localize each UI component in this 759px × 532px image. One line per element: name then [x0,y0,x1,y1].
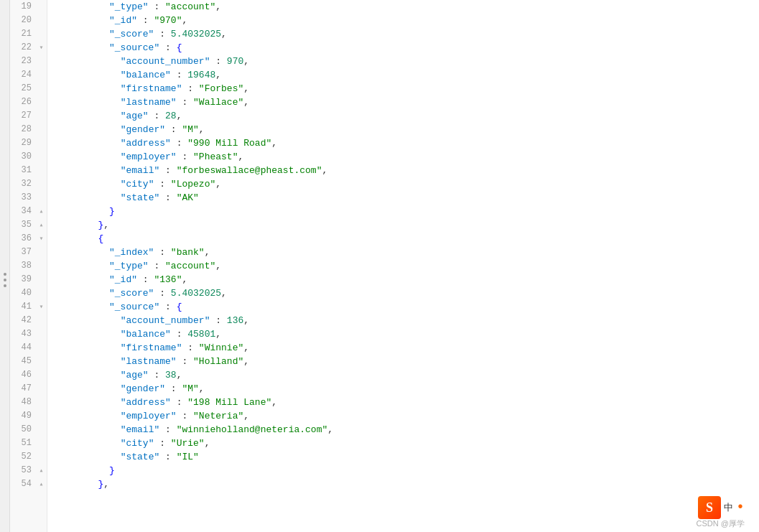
line-number: 48 [10,396,32,409]
line-number: 24 [10,68,32,82]
fold-marker[interactable]: ▴ [36,205,47,218]
punctuation-token [53,300,109,314]
fold-marker[interactable]: ▴ [36,477,47,491]
fold-marker[interactable]: ▴ [36,464,47,477]
fold-marker [36,355,47,368]
code-area: "_type" : "account", "_id" : "970", "_sc… [47,0,759,532]
punctuation-token [53,164,121,177]
line-numbers: 1920212223242526272829303132333435363738… [10,0,36,532]
dot-1 [4,273,6,276]
code-line: "email" : "winnieholland@neteria.com", [53,423,759,437]
punctuation-token: : [149,109,165,123]
fold-marker [36,437,47,450]
punctuation-token [53,246,109,259]
line-number: 22 [10,41,32,55]
line-number: 39 [10,273,32,286]
code-line: "address" : "198 Mill Lane", [53,396,759,409]
string-token: "970" [154,14,182,27]
punctuation-token: : [149,259,165,273]
number-token: 5.4032025 [171,27,221,41]
punctuation-token: , [322,164,327,177]
punctuation-token: , [243,95,249,109]
fold-marker [36,136,47,150]
punctuation-token [53,14,109,27]
punctuation-token: , [243,355,249,368]
fold-gutter[interactable]: ▾▴▴▾▾▴▴ [36,0,47,532]
code-line: "city" : "Lopezo", [53,177,759,191]
fold-marker [36,286,47,300]
number-token: 5.4032025 [171,286,221,300]
punctuation-token [53,368,121,382]
code-line: "lastname" : "Wallace", [53,95,759,109]
code-line: }, [53,218,759,232]
key-token: "email" [121,423,160,437]
punctuation-token: , [182,273,187,286]
fold-marker [36,68,47,82]
fold-marker [36,368,47,382]
fold-marker [36,55,47,68]
string-token: "account" [165,259,215,273]
fold-marker [36,191,47,205]
watermark: S 中 • [698,496,745,519]
punctuation-token: : [154,177,170,191]
key-token: "_type" [109,259,149,273]
line-number: 19 [10,0,32,14]
line-number: 23 [10,55,32,68]
punctuation-token: : [154,246,170,259]
punctuation-token: : [159,423,176,437]
brace-token: } [109,464,115,477]
brace-token: } [109,205,115,218]
line-number: 25 [10,82,32,95]
line-number: 50 [10,423,32,437]
punctuation-token [53,396,121,409]
line-number: 42 [10,314,32,327]
dot-2 [4,279,6,281]
string-token: "winnieholland@neteria.com" [177,423,328,437]
string-token: "Lopezo" [171,177,215,191]
fold-marker [36,246,47,259]
code-line: "_source" : { [53,41,759,55]
punctuation-token: , [243,55,249,68]
code-line: { [53,232,759,246]
code-line: "email" : "forbeswallace@pheast.com", [53,164,759,177]
fold-marker[interactable]: ▾ [36,300,47,314]
string-token: "account" [165,0,215,14]
fold-marker [36,150,47,164]
fold-marker [36,409,47,423]
punctuation-token: : [165,382,182,396]
punctuation-token [53,41,109,55]
key-token: "_id" [109,273,137,286]
key-token: "city" [121,177,154,191]
fold-marker[interactable]: ▴ [36,218,47,232]
watermark-icon: S [698,496,721,519]
code-line: "_id" : "136", [53,273,759,286]
punctuation-token: : [159,164,176,177]
punctuation-token: : [154,286,170,300]
punctuation-token [53,55,121,68]
punctuation-token: , [243,82,249,95]
punctuation-token [53,382,121,396]
brace-token: { [98,232,103,246]
key-token: "balance" [121,68,171,82]
fold-marker[interactable]: ▾ [36,232,47,246]
key-token: "employer" [121,409,177,423]
code-line: "_type" : "account", [53,0,759,14]
key-token: "balance" [121,327,171,341]
fold-marker [36,177,47,191]
fold-marker [36,109,47,123]
punctuation-token: : [154,27,170,41]
code-line: "_index" : "bank", [53,246,759,259]
punctuation-token [53,109,121,123]
activity-bar [0,0,10,532]
punctuation-token [53,355,121,368]
string-token: "990 Mill Road" [187,136,271,150]
punctuation-token: : [159,300,176,314]
code-line: "lastname" : "Holland", [53,355,759,368]
punctuation-token [53,27,109,41]
number-token: 38 [165,368,177,382]
line-number: 54 [10,477,32,491]
code-line: "address" : "990 Mill Road", [53,136,759,150]
punctuation-token: , [327,423,333,437]
fold-marker[interactable]: ▾ [36,41,47,55]
brace-token: } [98,477,103,491]
